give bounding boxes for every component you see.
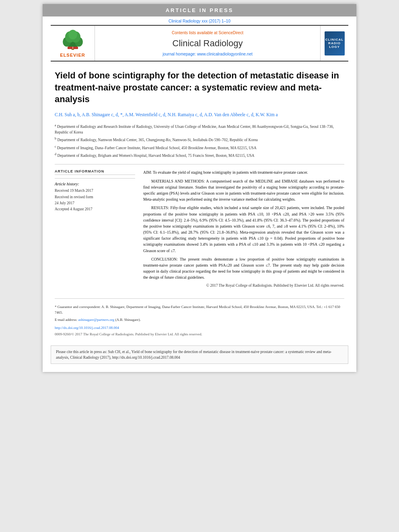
- elsevier-label: ELSEVIER: [60, 53, 85, 58]
- authors-line: C.H. Suh a, b, A.B. Shinagare c, d, *, A…: [55, 111, 344, 119]
- two-col-section: ARTICLE INFORMATION Article history: Rec…: [55, 169, 344, 289]
- abstract-materials: MATERIALS AND METHODS: A computerised se…: [143, 178, 344, 203]
- abstract-text: AIM: To evaluate the yield of staging bo…: [143, 169, 344, 289]
- elsevier-tree-icon: [59, 29, 87, 51]
- footnotes-section: * Guarantor and correspondent: A. B. Shi…: [43, 304, 356, 341]
- journal-center: Contents lists available at ScienceDirec…: [95, 26, 320, 61]
- radiology-badge: CLINICAL RADIO LOGY: [325, 31, 345, 55]
- issn-line: 0009-9260/© 2017 The Royal College of Ra…: [55, 332, 344, 337]
- page: ARTICLE IN PRESS Clinical Radiology xxx …: [43, 4, 356, 372]
- affiliation-d: d Department of Radiology, Brigham and W…: [55, 152, 344, 158]
- affiliations: a Department of Radiology and Research I…: [55, 123, 344, 159]
- accepted-date: Accepted 4 August 2017: [55, 206, 135, 212]
- article-in-press-banner: ARTICLE IN PRESS: [43, 4, 356, 16]
- affiliation-c: c Department of Imaging, Dana–Farber Can…: [55, 144, 344, 151]
- copyright-line: © 2017 The Royal College of Radiologists…: [143, 283, 344, 289]
- main-content: Yield of bone scintigraphy for the detec…: [43, 62, 356, 293]
- homepage-url: www.clinicalradiologyonline.net: [197, 52, 253, 56]
- article-info-col: ARTICLE INFORMATION Article history: Rec…: [55, 169, 135, 289]
- citation-text: Please cite this article in press as: Su…: [56, 350, 332, 359]
- svg-point-6: [68, 30, 77, 39]
- doi-line[interactable]: http://dx.doi.org/10.1016/j.crad.2017.08…: [55, 325, 344, 331]
- sciencedirect-name: ScienceDirect: [218, 31, 243, 35]
- article-history-label: Article history:: [55, 182, 135, 186]
- abstract-col: AIM: To evaluate the yield of staging bo…: [143, 169, 344, 289]
- affiliation-a: a Department of Radiology and Research I…: [55, 123, 344, 136]
- journal-ref-line: Clinical Radiology xxx (2017) 1–10: [43, 16, 356, 25]
- guarantor-footnote: * Guarantor and correspondent: A. B. Shi…: [55, 304, 344, 316]
- email-link[interactable]: ashinagare@partners.org: [78, 318, 114, 322]
- abstract-results: RESULTS: Fifty-four eligible studies, wh…: [143, 205, 344, 253]
- received-date: Received 19 March 2017: [55, 188, 135, 194]
- journal-homepage: journal homepage: www.clinicalradiologyo…: [162, 52, 252, 56]
- sciencedirect-line: Contents lists available at ScienceDirec…: [172, 31, 243, 35]
- journal-logo-right: CLINICAL RADIO LOGY: [320, 26, 348, 61]
- abstract-aim: AIM: To evaluate the yield of staging bo…: [143, 169, 344, 175]
- journal-header: ELSEVIER Contents lists available at Sci…: [51, 25, 348, 62]
- article-info-title: ARTICLE INFORMATION: [55, 169, 135, 175]
- article-title: Yield of bone scintigraphy for the detec…: [55, 70, 344, 105]
- affiliation-b: b Department of Radiology, Namwon Medica…: [55, 136, 344, 143]
- revised-date: Received in revised form24 July 2017: [55, 194, 135, 206]
- citation-box: Please cite this article in press as: Su…: [51, 345, 348, 364]
- abstract-conclusion: CONCLUSION: The present results demonstr…: [143, 256, 344, 281]
- journal-ref-text: Clinical Radiology xxx (2017) 1–10: [169, 19, 230, 23]
- banner-text: ARTICLE IN PRESS: [166, 7, 234, 13]
- journal-title: Clinical Radiology: [173, 38, 243, 49]
- info-divider: [55, 178, 135, 179]
- divider-1: [55, 164, 344, 164]
- email-footnote: E-mail address: ashinagare@partners.org …: [55, 317, 344, 323]
- elsevier-logo-area: ELSEVIER: [51, 26, 95, 61]
- bottom-divider: [55, 298, 344, 299]
